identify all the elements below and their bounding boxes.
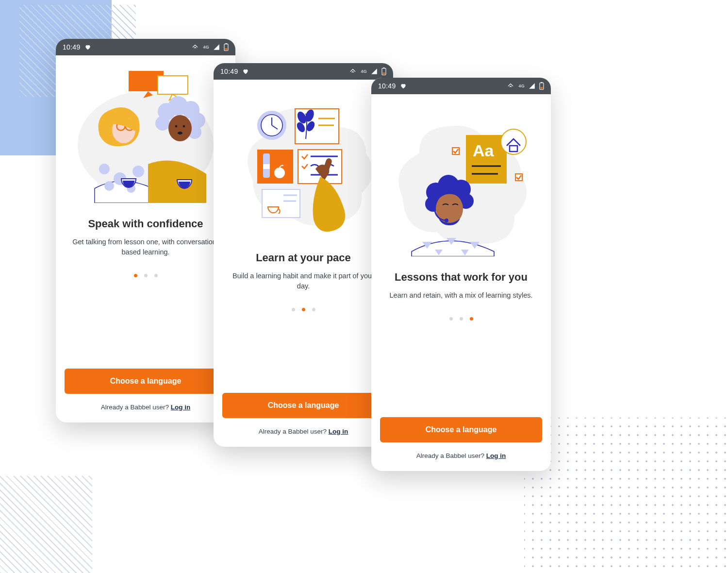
svg-point-23 bbox=[183, 125, 185, 128]
svg-point-56 bbox=[501, 129, 526, 154]
login-prompt: Already a Babbel user? Log in bbox=[101, 404, 191, 411]
onboarding-screen-2: 10:49 4G bbox=[214, 63, 393, 447]
svg-rect-50 bbox=[541, 82, 542, 83]
svg-rect-51 bbox=[541, 87, 543, 88]
battery-icon bbox=[539, 82, 544, 90]
onboarding-subtitle: Build a learning habit and make it part … bbox=[222, 271, 384, 291]
login-prompt: Already a Babbel user? Log in bbox=[416, 452, 506, 459]
onboarding-title: Learn at your pace bbox=[256, 252, 351, 264]
wifi-icon bbox=[507, 83, 514, 89]
login-prompt: Already a Babbel user? Log in bbox=[259, 428, 348, 435]
page-indicator bbox=[292, 308, 315, 311]
svg-point-9 bbox=[104, 181, 114, 191]
svg-rect-1 bbox=[225, 43, 227, 44]
choose-language-button[interactable]: Choose a language bbox=[65, 369, 227, 394]
svg-rect-26 bbox=[383, 67, 384, 68]
svg-text:Aa: Aa bbox=[473, 141, 495, 160]
svg-point-67 bbox=[445, 219, 448, 222]
network-label: 4G bbox=[518, 84, 525, 88]
page-dot[interactable] bbox=[154, 274, 158, 277]
page-dot[interactable] bbox=[292, 308, 295, 311]
signal-icon bbox=[213, 44, 220, 51]
svg-point-22 bbox=[175, 125, 178, 128]
choose-language-button[interactable]: Choose a language bbox=[380, 417, 542, 442]
page-dot[interactable] bbox=[312, 308, 315, 311]
svg-point-6 bbox=[99, 164, 110, 174]
svg-point-8 bbox=[132, 166, 144, 177]
page-indicator bbox=[134, 274, 158, 277]
network-label: 4G bbox=[203, 45, 209, 50]
onboarding-title: Speak with confidence bbox=[88, 218, 203, 230]
heart-icon bbox=[84, 44, 91, 51]
signal-icon bbox=[371, 68, 378, 75]
svg-point-20 bbox=[155, 116, 170, 131]
status-bar: 10:49 4G bbox=[214, 63, 393, 80]
svg-rect-39 bbox=[257, 150, 293, 184]
onboarding-screen-3: 10:49 4G Aa bbox=[371, 78, 551, 471]
battery-icon bbox=[381, 67, 386, 75]
heart-icon bbox=[242, 68, 249, 75]
wifi-icon bbox=[349, 68, 357, 75]
login-prompt-text: Already a Babbel user? bbox=[416, 452, 486, 459]
svg-rect-46 bbox=[262, 189, 300, 218]
login-link[interactable]: Log in bbox=[329, 428, 348, 435]
onboarding-subtitle: Learn and retain, with a mix of learning… bbox=[386, 290, 537, 301]
svg-rect-66 bbox=[432, 203, 436, 211]
page-dot[interactable] bbox=[302, 308, 305, 311]
svg-point-21 bbox=[168, 115, 192, 141]
login-link[interactable]: Log in bbox=[486, 452, 506, 459]
onboarding-illustration bbox=[222, 91, 384, 237]
svg-rect-5 bbox=[158, 76, 188, 94]
page-dot[interactable] bbox=[460, 317, 463, 320]
clock-time: 10:49 bbox=[63, 43, 81, 51]
heart-icon bbox=[400, 83, 407, 89]
battery-icon bbox=[224, 43, 229, 51]
status-bar: 10:49 4G bbox=[371, 78, 551, 94]
svg-point-42 bbox=[274, 168, 285, 178]
page-dot[interactable] bbox=[470, 317, 473, 320]
svg-rect-27 bbox=[383, 72, 385, 74]
svg-point-24 bbox=[178, 132, 182, 135]
page-dot[interactable] bbox=[134, 274, 137, 277]
clock-time: 10:49 bbox=[220, 67, 238, 75]
login-link[interactable]: Log in bbox=[171, 404, 191, 411]
onboarding-screen-1: 10:49 4G bbox=[56, 39, 235, 422]
status-bar: 10:49 4G bbox=[56, 39, 235, 55]
page-indicator bbox=[449, 317, 473, 320]
login-prompt-text: Already a Babbel user? bbox=[259, 428, 329, 435]
svg-rect-2 bbox=[225, 48, 228, 50]
page-dot[interactable] bbox=[449, 317, 453, 320]
choose-language-button[interactable]: Choose a language bbox=[222, 393, 384, 418]
svg-rect-41 bbox=[263, 164, 270, 169]
onboarding-illustration bbox=[65, 67, 227, 203]
page-dot[interactable] bbox=[144, 274, 148, 277]
onboarding-title: Lessons that work for you bbox=[395, 271, 528, 284]
clock-time: 10:49 bbox=[378, 82, 396, 90]
onboarding-subtitle: Get talking from lesson one, with conver… bbox=[65, 237, 227, 257]
network-label: 4G bbox=[361, 69, 367, 74]
wifi-icon bbox=[191, 44, 199, 51]
onboarding-illustration: Aa bbox=[380, 106, 542, 256]
signal-icon bbox=[529, 83, 535, 89]
login-prompt-text: Already a Babbel user? bbox=[101, 404, 171, 411]
